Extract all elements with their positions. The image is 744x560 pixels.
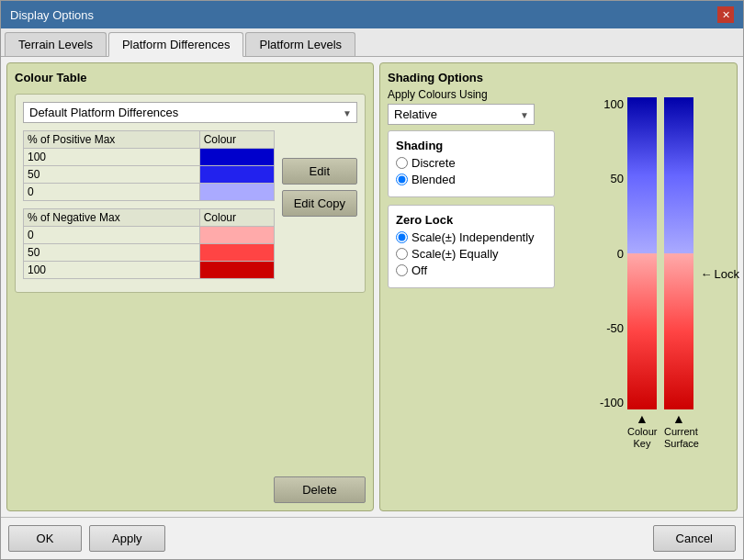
positive-row-0: 100	[23, 149, 275, 166]
zero-lock-title: Zero Lock	[396, 213, 547, 227]
discrete-radio-row: Discrete	[396, 156, 547, 170]
edit-button[interactable]: Edit	[282, 158, 357, 185]
table-and-buttons-row: % of Positive Max Colour 100 50	[23, 130, 357, 285]
tables-area: % of Positive Max Colour 100 50	[23, 130, 275, 285]
shading-options-title: Shading Options	[388, 71, 729, 84]
chart-area: 100 50 0 -50 -100	[564, 88, 729, 450]
dialog: Display Options ✕ Terrain Levels Platfor…	[0, 0, 744, 560]
shading-box: Shading Discrete Blended	[388, 130, 555, 197]
blended-radio-row: Blended	[396, 173, 547, 186]
colour-table-section: Default Platform Differences % of Positi…	[15, 94, 366, 293]
positive-value-1: 50	[24, 166, 200, 183]
positive-row-1: 50	[23, 166, 275, 184]
colour-table-title: Colour Table	[15, 71, 366, 84]
negative-col2-header: Colour	[200, 209, 274, 226]
negative-value-0: 0	[24, 227, 200, 243]
right-panel: Shading Options Apply Colours Using Rela…	[379, 62, 738, 511]
positive-value-2: 0	[24, 184, 200, 200]
spacer	[15, 298, 366, 471]
tab-terrain-levels[interactable]: Terrain Levels	[5, 32, 107, 56]
scale-equally-label: Scale(±) Equally	[411, 247, 499, 261]
tab-platform-differences[interactable]: Platform Differences	[108, 32, 244, 57]
y-label-neg50: -50	[600, 321, 624, 335]
negative-value-2: 100	[24, 262, 200, 278]
ok-button[interactable]: OK	[8, 525, 82, 552]
close-button[interactable]: ✕	[717, 6, 734, 23]
y-label-0: 0	[600, 247, 624, 261]
lock-arrow: ←	[701, 267, 713, 281]
current-surface-negative-bar	[664, 253, 693, 409]
apply-dropdown-wrapper: Relative	[388, 104, 535, 125]
positive-col1-header: % of Positive Max	[24, 131, 200, 148]
negative-table-header: % of Negative Max Colour	[23, 208, 275, 227]
positive-col2-header: Colour	[200, 131, 274, 148]
colour-key-bar-label: ColourKey	[627, 426, 657, 450]
positive-value-0: 100	[24, 149, 200, 165]
negative-swatch-0[interactable]	[200, 227, 274, 243]
colour-key-negative-bar	[627, 253, 657, 409]
tab-bar: Terrain Levels Platform Differences Plat…	[1, 28, 743, 57]
positive-swatch-2[interactable]	[200, 184, 274, 200]
scale-independently-radio[interactable]	[396, 231, 408, 243]
zero-lock-off-radio[interactable]	[396, 264, 408, 276]
current-surface-positive-bar	[664, 97, 693, 253]
scale-indep-row: Scale(±) Independently	[396, 230, 547, 244]
apply-button[interactable]: Apply	[89, 525, 165, 552]
positive-table-header: % of Positive Max Colour	[23, 130, 275, 149]
shading-title: Shading	[396, 139, 547, 152]
y-label-100: 100	[600, 97, 624, 111]
y-axis: 100 50 0 -50 -100	[600, 97, 624, 409]
off-row: Off	[396, 263, 547, 277]
scale-independently-label: Scale(±) Independently	[411, 230, 535, 244]
left-buttons: OK Apply	[8, 525, 165, 552]
blended-label: Blended	[411, 173, 456, 186]
colour-table-dropdown[interactable]: Default Platform Differences	[23, 102, 357, 123]
edit-copy-button[interactable]: Edit Copy	[282, 190, 357, 217]
negative-col1-header: % of Negative Max	[24, 209, 200, 226]
dialog-title: Display Options	[10, 8, 94, 22]
bar-labels-row: ColourKey CurrentSurface	[627, 426, 693, 450]
negative-row-1: 50	[23, 244, 275, 262]
discrete-label: Discrete	[411, 156, 456, 170]
delete-row: Delete	[15, 476, 366, 503]
current-surface-bar	[664, 97, 693, 409]
positive-row-2: 0	[23, 184, 275, 201]
negative-value-1: 50	[24, 244, 200, 261]
y-label-neg100: -100	[600, 396, 624, 409]
bars-row	[627, 97, 693, 409]
scale-equally-radio[interactable]	[396, 248, 408, 260]
bar-bottom-markers: ▲ ▲	[627, 411, 693, 426]
negative-row-0: 0	[23, 227, 275, 244]
delete-button[interactable]: Delete	[274, 476, 366, 503]
positive-swatch-1[interactable]	[200, 166, 274, 183]
lock-indicator: ← Lock	[701, 267, 739, 281]
negative-swatch-2[interactable]	[200, 262, 274, 278]
bars-container: ← Lock ▲ ▲ ColourKey CurrentSurface	[627, 97, 693, 450]
negative-swatch-1[interactable]	[200, 244, 274, 261]
title-bar: Display Options ✕	[1, 1, 743, 28]
blended-radio[interactable]	[396, 174, 408, 185]
apply-colours-group: Apply Colours Using Relative	[388, 88, 555, 125]
current-surface-bar-label: CurrentSurface	[664, 426, 693, 450]
positive-swatch-0[interactable]	[200, 149, 274, 165]
colour-key-triangle: ▲	[627, 411, 657, 426]
zero-lock-off-label: Off	[411, 263, 427, 277]
negative-table: % of Negative Max Colour 0 50	[23, 208, 275, 279]
positive-table: % of Positive Max Colour 100 50	[23, 130, 275, 201]
right-content: Apply Colours Using Relative Shading Dis	[388, 88, 729, 450]
y-label-50: 50	[600, 172, 624, 185]
chart-with-labels: 100 50 0 -50 -100	[600, 97, 693, 450]
discrete-radio[interactable]	[396, 157, 408, 169]
bottom-buttons: OK Apply Cancel	[1, 517, 743, 559]
zero-lock-box: Zero Lock Scale(±) Independently Scale(±…	[388, 205, 555, 288]
tab-platform-levels[interactable]: Platform Levels	[245, 32, 355, 56]
controls-area: Apply Colours Using Relative Shading Dis	[388, 88, 555, 450]
current-surface-triangle: ▲	[664, 411, 693, 426]
apply-dropdown[interactable]: Relative	[388, 104, 535, 125]
edit-buttons: Edit Edit Copy	[282, 130, 357, 285]
apply-colours-label: Apply Colours Using	[388, 88, 555, 101]
lock-label: Lock	[715, 267, 739, 281]
colour-table-dropdown-wrapper: Default Platform Differences	[23, 102, 357, 123]
cancel-button[interactable]: Cancel	[653, 525, 736, 552]
main-content: Colour Table Default Platform Difference…	[1, 57, 743, 517]
